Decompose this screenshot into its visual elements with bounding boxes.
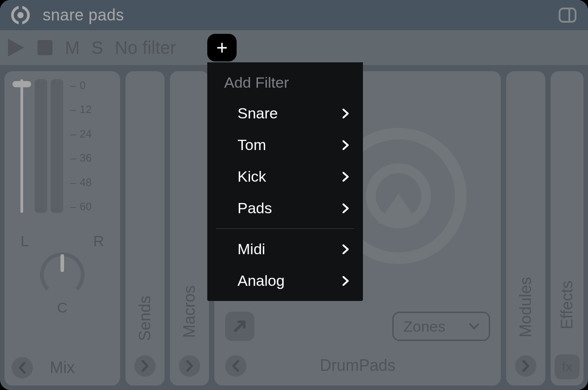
- modules-next-button[interactable]: [515, 355, 536, 377]
- mute-button[interactable]: M: [65, 38, 80, 58]
- menu-item-midi[interactable]: Midi: [207, 233, 363, 265]
- db-scale: –0 –12 –24 –36 –48 –60: [67, 79, 92, 213]
- pan-left-label: L: [20, 232, 29, 250]
- panel-toggle-icon[interactable]: [558, 5, 577, 25]
- zones-label: Zones: [403, 318, 446, 335]
- fader-area: –0 –12 –24 –36 –48 –60: [12, 79, 112, 217]
- svg-rect-2: [19, 5, 22, 10]
- svg-marker-6: [8, 39, 24, 57]
- pan-right-label: R: [93, 232, 104, 250]
- chevron-right-icon: [342, 140, 349, 150]
- macros-panel: Macros: [170, 71, 209, 386]
- svg-point-1: [17, 12, 24, 18]
- macros-label: Macros: [180, 285, 199, 338]
- svg-marker-10: [378, 194, 419, 223]
- menu-item-label: Midi: [238, 240, 265, 258]
- transport-toolbar: M S No filter: [0, 30, 588, 65]
- svg-rect-4: [560, 8, 576, 22]
- pan-knob[interactable]: [40, 252, 85, 297]
- chevron-right-icon: [342, 244, 349, 254]
- mix-panel: –0 –12 –24 –36 –48 –60 L R C Mix: [4, 71, 120, 386]
- pan-center-label: C: [12, 300, 112, 316]
- sends-next-button[interactable]: [134, 355, 156, 377]
- chevron-right-icon: [342, 203, 349, 213]
- chevron-right-icon: [342, 109, 349, 118]
- app-logo-icon: [11, 5, 30, 25]
- solo-button[interactable]: S: [91, 38, 103, 58]
- chevron-down-icon: [469, 323, 479, 329]
- sends-panel: Sends: [125, 71, 165, 386]
- fx-button[interactable]: fx: [555, 354, 580, 379]
- mix-label: Mix: [50, 358, 75, 377]
- scale-24: 24: [80, 128, 92, 140]
- menu-item-pads[interactable]: Pads: [207, 192, 363, 224]
- scale-0: 0: [80, 79, 85, 92]
- menu-item-snare[interactable]: Snare: [207, 98, 363, 129]
- expand-button[interactable]: [225, 312, 254, 341]
- plus-icon: +: [216, 38, 228, 57]
- svg-rect-3: [19, 20, 22, 25]
- menu-item-label: Snare: [238, 105, 278, 122]
- modules-panel: Modules: [506, 71, 545, 386]
- drumpads-label: DrumPads: [320, 356, 395, 375]
- scale-60: 60: [80, 200, 92, 213]
- scale-48: 48: [80, 176, 92, 189]
- meter-right: [51, 79, 63, 213]
- filter-display[interactable]: No filter: [115, 38, 176, 58]
- effects-panel: Effects fx: [551, 71, 584, 386]
- stop-button[interactable]: [36, 39, 53, 56]
- menu-item-tom[interactable]: Tom: [207, 129, 363, 161]
- meter-left: [35, 79, 47, 213]
- menu-item-label: Pads: [238, 199, 272, 217]
- menu-item-label: Analog: [238, 272, 285, 289]
- add-filter-button[interactable]: +: [207, 34, 237, 61]
- app-window: snare pads M S No filter: [0, 0, 588, 390]
- add-filter-menu: Add Filter Snare Tom Kick Pads Midi Anal…: [207, 62, 363, 301]
- zones-select[interactable]: Zones: [392, 312, 490, 341]
- preset-title[interactable]: snare pads: [43, 6, 124, 24]
- play-button[interactable]: [7, 38, 25, 57]
- menu-title: Add Filter: [207, 62, 363, 98]
- effects-label: Effects: [558, 280, 576, 329]
- chevron-right-icon: [342, 172, 349, 182]
- titlebar: snare pads: [0, 0, 588, 30]
- svg-rect-7: [37, 40, 52, 55]
- mix-prev-button[interactable]: [12, 357, 33, 378]
- modules-label: Modules: [516, 277, 535, 337]
- chevron-right-icon: [342, 276, 349, 286]
- scale-12: 12: [80, 103, 92, 116]
- drumpads-prev-button[interactable]: [225, 355, 246, 377]
- menu-item-analog[interactable]: Analog: [207, 265, 363, 297]
- menu-item-kick[interactable]: Kick: [207, 161, 363, 192]
- menu-item-label: Kick: [238, 168, 266, 185]
- volume-fader[interactable]: [12, 79, 31, 213]
- macros-next-button[interactable]: [179, 355, 200, 377]
- pan-labels: L R: [12, 232, 112, 250]
- menu-item-label: Tom: [238, 136, 266, 154]
- scale-36: 36: [80, 152, 92, 164]
- sends-label: Sends: [136, 296, 154, 341]
- menu-separator: [216, 228, 354, 229]
